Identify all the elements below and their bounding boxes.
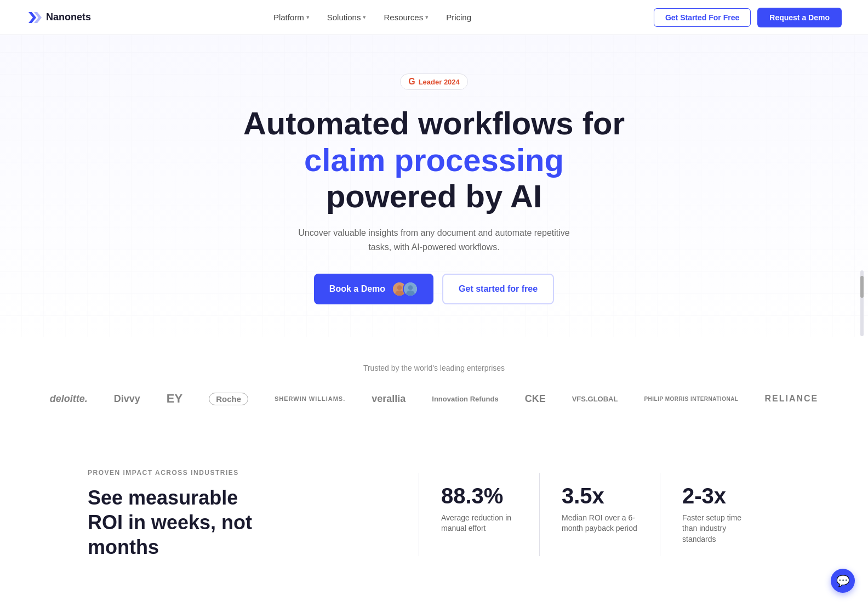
stat-item-2: 2-3x Faster setup time than industry sta… [660,473,780,556]
g2-badge-text: Leader 2024 [419,78,460,86]
logos-track: deloitte. Divvy EY Roche SHERWIN WILLIAM… [0,388,868,410]
stats-heading: See measurable ROI in weeks, not months [88,485,274,559]
hero-title: Automated workflows for claim processing… [243,105,625,215]
get-started-button[interactable]: Get Started For Free [654,8,751,27]
stat-value-2: 2-3x [682,484,758,508]
nav-pricing[interactable]: Pricing [446,13,471,22]
logo-reliance: RELIANCE [764,388,818,410]
chat-icon: 💬 [836,574,850,587]
stat-desc-1: Median ROI over a 6-month payback period [562,513,638,534]
nav-resources[interactable]: Resources ▾ [384,13,429,22]
g2-logo-icon: G [408,77,415,87]
stat-item-1: 3.5x Median ROI over a 6-month payback p… [540,473,660,556]
brand-name: Nanonets [46,12,91,23]
hero-title-line1: Automated workflows for [243,105,625,141]
stat-value-0: 88.3% [441,484,517,508]
avatar-group [392,281,418,297]
trust-label: Trusted by the world's leading enterpris… [0,364,868,372]
stats-left: PROVEN IMPACT ACROSS INDUSTRIES See meas… [88,469,274,559]
logo-ey: EY [167,388,182,410]
stats-grid: 88.3% Average reduction in manual effort… [419,473,780,556]
request-demo-button[interactable]: Request a Demo [757,8,842,27]
avatar-image-2 [404,281,417,297]
svg-point-1 [397,285,402,290]
chat-widget-button[interactable]: 💬 [831,569,855,592]
hero-title-line2: powered by AI [326,178,542,214]
logo-verallia: verallia [372,388,406,410]
nav-solutions[interactable]: Solutions ▾ [327,13,367,22]
trust-section: Trusted by the world's leading enterpris… [0,337,868,436]
logo-cke: CKE [525,388,546,410]
nav-platform[interactable]: Platform ▾ [273,13,310,22]
brand-logo[interactable]: Nanonets [26,10,91,25]
book-demo-button[interactable]: Book a Demo [314,274,433,304]
logo-vfs: VFS.GLOBAL [572,388,618,410]
logo-innovation: Innovation Refunds [432,388,498,410]
logo-roche: Roche [209,388,248,410]
solutions-chevron-icon: ▾ [363,14,366,21]
stats-inner: PROVEN IMPACT ACROSS INDUSTRIES See meas… [88,469,780,559]
nav-actions: Get Started For Free Request a Demo [654,8,842,27]
platform-chevron-icon: ▾ [306,14,310,21]
logo-deloitte: deloitte. [50,388,88,410]
stat-item-0: 88.3% Average reduction in manual effort [419,473,540,556]
logo-sherwin: SHERWIN WILLIAMS. [275,388,345,410]
navbar: Nanonets Platform ▾ Solutions ▾ Resource… [0,0,868,35]
hero-title-accent: claim processing [243,142,625,179]
book-demo-label: Book a Demo [329,284,385,294]
avatar-2 [403,281,418,297]
stat-desc-0: Average reduction in manual effort [441,513,517,534]
g2-badge: G Leader 2024 [400,73,468,90]
stat-desc-2: Faster setup time than industry standard… [682,513,758,545]
svg-point-4 [408,285,413,290]
scrollbar-thumb [860,276,864,298]
logo-philip: PHILIP MORRIS INTERNATIONAL [644,388,738,410]
logo-divvy: Divvy [114,388,140,410]
hero-section: G Leader 2024 Automated workflows for cl… [0,35,868,337]
hero-subtitle: Uncover valuable insights from any docum… [286,226,582,254]
hero-cta-group: Book a Demo Get sta [314,274,554,304]
get-started-free-button[interactable]: Get started for free [442,274,554,304]
nav-links: Platform ▾ Solutions ▾ Resources ▾ Prici… [273,13,471,22]
resources-chevron-icon: ▾ [425,14,429,21]
stats-section-label: PROVEN IMPACT ACROSS INDUSTRIES [88,469,274,477]
scrollbar[interactable] [860,270,864,336]
brand-icon [26,10,42,25]
stat-value-1: 3.5x [562,484,638,508]
stats-section: PROVEN IMPACT ACROSS INDUSTRIES See meas… [0,436,868,592]
